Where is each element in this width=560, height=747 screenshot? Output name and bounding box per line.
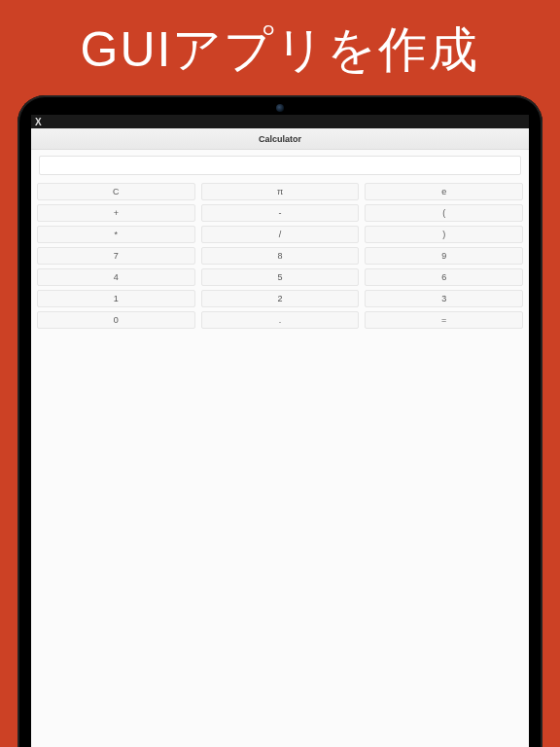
key-equals[interactable]: = (365, 311, 523, 329)
key-plus[interactable]: + (37, 204, 195, 222)
tablet-screen: X Calculator C π e + - ( * / ) 7 8 9 (31, 115, 529, 747)
key-6[interactable]: 6 (365, 268, 523, 286)
key-pi[interactable]: π (201, 183, 360, 200)
key-paren-open[interactable]: ( (365, 204, 523, 222)
key-5[interactable]: 5 (201, 268, 360, 286)
key-9[interactable]: 9 (365, 247, 523, 265)
close-icon[interactable]: X (31, 117, 42, 127)
display-row (31, 150, 529, 181)
app-titlebar: Calculator (31, 128, 529, 150)
key-3[interactable]: 3 (365, 290, 523, 307)
window-bar: X (31, 115, 529, 128)
key-paren-close[interactable]: ) (365, 226, 523, 243)
key-1[interactable]: 1 (37, 290, 195, 307)
app-title: Calculator (259, 134, 301, 144)
key-divide[interactable]: / (201, 226, 360, 243)
tablet-frame: X Calculator C π e + - ( * / ) 7 8 9 (18, 95, 542, 747)
key-4[interactable]: 4 (37, 268, 195, 286)
calculator-app: Calculator C π e + - ( * / ) 7 8 9 4 5 6 (31, 128, 529, 747)
key-decimal[interactable]: . (201, 311, 360, 329)
key-8[interactable]: 8 (201, 247, 360, 265)
key-0[interactable]: 0 (37, 311, 195, 329)
key-clear[interactable]: C (37, 183, 195, 200)
key-multiply[interactable]: * (37, 226, 195, 243)
key-e[interactable]: e (365, 183, 523, 200)
camera-dot (276, 104, 284, 112)
key-2[interactable]: 2 (201, 290, 360, 307)
key-7[interactable]: 7 (37, 247, 195, 265)
hero-heading: GUIアプリを作成 (0, 0, 560, 104)
keypad: C π e + - ( * / ) 7 8 9 4 5 6 1 2 3 0 . (31, 181, 529, 331)
calc-display[interactable] (39, 156, 521, 175)
key-minus[interactable]: - (201, 204, 360, 222)
